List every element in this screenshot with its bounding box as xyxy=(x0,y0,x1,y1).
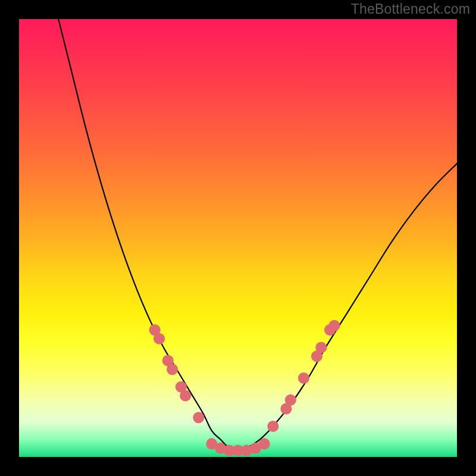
right-curve xyxy=(247,164,457,448)
data-marker xyxy=(259,438,270,449)
left-curve xyxy=(58,19,238,453)
data-marker xyxy=(328,320,340,331)
marker-group xyxy=(149,320,340,456)
data-marker xyxy=(298,372,309,384)
data-marker xyxy=(267,421,278,432)
data-marker xyxy=(180,390,191,401)
data-marker xyxy=(285,394,296,406)
data-marker xyxy=(154,333,165,345)
curve-layer xyxy=(19,19,457,457)
watermark-text: TheBottleneck.com xyxy=(351,1,470,17)
data-marker xyxy=(193,412,204,423)
data-marker xyxy=(315,342,327,353)
plot-area xyxy=(19,19,457,457)
chart-frame: TheBottleneck.com xyxy=(0,0,476,476)
data-marker xyxy=(167,364,178,375)
